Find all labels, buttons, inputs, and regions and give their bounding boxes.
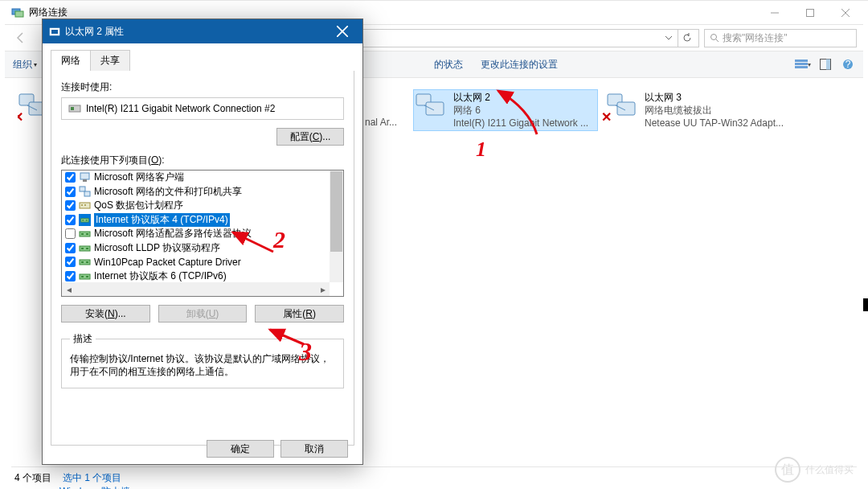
- svg-rect-1: [15, 11, 23, 17]
- item-properties-button[interactable]: 属性(R): [255, 305, 344, 323]
- nav-back-button[interactable]: [11, 28, 31, 47]
- svg-rect-31: [83, 179, 87, 182]
- protocol-item[interactable]: Microsoft LLDP 协议驱动程序: [62, 241, 343, 256]
- dialog-close-button[interactable]: [326, 19, 362, 43]
- proto-icon: [79, 228, 91, 240]
- protocol-checkbox[interactable]: [65, 257, 76, 267]
- protocol-item[interactable]: Internet 协议版本 6 (TCP/IPv6): [62, 269, 343, 284]
- ok-button[interactable]: 确定: [207, 440, 274, 458]
- watermark: 值 什么值得买: [775, 457, 854, 483]
- protocol-label: Microsoft 网络客户端: [94, 171, 184, 184]
- qos-icon: [79, 199, 91, 212]
- svg-rect-32: [80, 187, 85, 191]
- toolbar-organize[interactable]: 组织▾: [13, 58, 37, 72]
- toolbar-item[interactable]: 的状态: [434, 58, 463, 72]
- svg-rect-39: [86, 220, 88, 220]
- svg-point-35: [81, 204, 83, 206]
- vertical-scrollbar[interactable]: [330, 171, 343, 282]
- svg-rect-44: [81, 248, 84, 249]
- protocol-checkbox[interactable]: [65, 215, 76, 225]
- description-legend: 描述: [70, 332, 96, 346]
- protocol-checkbox[interactable]: [65, 172, 76, 183]
- proto-icon: [79, 270, 91, 282]
- search-placeholder: 搜索"网络连接": [723, 31, 788, 45]
- svg-rect-10: [795, 66, 808, 68]
- share-icon: [79, 186, 91, 198]
- protocol-item[interactable]: Internet 协议版本 4 (TCP/IPv4): [62, 213, 343, 228]
- window-buttons: [757, 1, 863, 25]
- toolbar-change-settings[interactable]: 更改此连接的设置: [481, 58, 558, 72]
- protocol-label: Internet 协议版本 4 (TCP/IPv4): [94, 213, 230, 227]
- refresh-button[interactable]: [678, 30, 695, 47]
- proto-icon: [79, 214, 91, 226]
- configure-button[interactable]: 配置(C)...: [276, 128, 344, 146]
- maximize-button[interactable]: [792, 1, 828, 25]
- description-text: 传输控制协议/Internet 协议。该协议是默认的广域网络协议，用于在不同的相…: [70, 352, 335, 378]
- error-x-icon: ✕: [18, 109, 23, 123]
- dialog-tabs: 网络 共享: [51, 50, 354, 71]
- search-input[interactable]: 搜索"网络连接": [704, 29, 857, 47]
- svg-rect-22: [617, 102, 635, 115]
- firewall-link[interactable]: Windows 防火墙: [59, 485, 130, 489]
- svg-rect-45: [86, 248, 88, 249]
- address-dropdown-icon[interactable]: [660, 34, 678, 42]
- protocol-checkbox[interactable]: [65, 200, 76, 211]
- tab-network[interactable]: 网络: [51, 50, 91, 71]
- svg-rect-9: [795, 63, 808, 65]
- svg-line-7: [716, 39, 719, 42]
- error-x-icon: ✕: [601, 109, 612, 125]
- svg-rect-42: [86, 233, 88, 235]
- nic-icon: [68, 102, 81, 115]
- svg-rect-50: [81, 276, 84, 277]
- svg-rect-29: [71, 107, 74, 110]
- items-listbox[interactable]: Microsoft 网络客户端Microsoft 网络的文件和打印机共享QoS …: [61, 170, 344, 297]
- minimize-button[interactable]: [757, 1, 792, 25]
- adapter-device: Netease UU TAP-Win32 Adapt...: [645, 117, 784, 129]
- protocol-label: Microsoft 网络的文件和打印机共享: [94, 185, 242, 199]
- protocol-label: Microsoft LLDP 协议驱动程序: [94, 241, 220, 255]
- adapter-name: 以太网 2: [453, 91, 588, 104]
- protocol-label: Microsoft 网络适配器多路传送器协议: [94, 227, 252, 240]
- side-indicator: [863, 298, 868, 311]
- svg-rect-37: [81, 218, 89, 221]
- protocol-item[interactable]: Microsoft 网络客户端: [62, 171, 343, 185]
- protocol-item[interactable]: Microsoft 网络适配器多路传送器协议: [62, 227, 343, 241]
- adapter-item[interactable]: ✕ 以太网 3 网络电缆被拔出 Netease UU TAP-Win32 Ada…: [606, 91, 791, 129]
- uninstall-button: 卸载(U): [158, 305, 248, 323]
- svg-point-36: [84, 204, 86, 206]
- svg-rect-19: [426, 102, 444, 115]
- svg-rect-46: [80, 260, 90, 265]
- protocol-checkbox[interactable]: [65, 187, 76, 197]
- install-button[interactable]: 安装(N)...: [61, 305, 150, 323]
- svg-rect-49: [80, 274, 90, 279]
- svg-rect-51: [86, 276, 88, 277]
- view-button[interactable]: ▾: [794, 55, 812, 73]
- svg-rect-40: [80, 232, 90, 236]
- description-group: 描述 传输控制协议/Internet 协议。该协议是默认的广域网络协议，用于在不…: [61, 332, 344, 388]
- help-button[interactable]: ?: [839, 55, 857, 73]
- svg-point-6: [711, 35, 717, 40]
- watermark-text: 什么值得买: [805, 463, 854, 477]
- horizontal-scrollbar[interactable]: ◂ ▸: [62, 282, 330, 296]
- adapter-item-selected[interactable]: 以太网 2 网络 6 Intel(R) I211 Gigabit Network…: [413, 89, 598, 131]
- protocol-checkbox[interactable]: [65, 271, 76, 281]
- tab-panel: 连接时使用: Intel(R) I211 Gigabit Network Con…: [51, 71, 354, 446]
- protocol-item[interactable]: Microsoft 网络的文件和打印机共享: [62, 185, 343, 199]
- svg-rect-48: [86, 261, 88, 263]
- svg-rect-12: [826, 60, 830, 70]
- tab-sharing[interactable]: 共享: [90, 50, 130, 71]
- protocol-label: Internet 协议版本 6 (TCP/IPv6): [94, 269, 227, 283]
- close-button[interactable]: [828, 1, 863, 25]
- scroll-right-icon[interactable]: ▸: [316, 282, 330, 296]
- protocol-item[interactable]: QoS 数据包计划程序: [62, 199, 343, 213]
- protocol-label: QoS 数据包计划程序: [94, 199, 183, 212]
- connect-using-label: 连接时使用:: [61, 80, 344, 94]
- client-icon: [79, 171, 91, 183]
- preview-button[interactable]: [817, 55, 834, 73]
- protocol-checkbox[interactable]: [65, 228, 76, 239]
- protocol-checkbox[interactable]: [65, 243, 76, 253]
- svg-rect-8: [795, 60, 808, 62]
- protocol-item[interactable]: Win10Pcap Packet Capture Driver: [62, 255, 343, 269]
- scroll-left-icon[interactable]: ◂: [62, 282, 76, 296]
- cancel-button[interactable]: 取消: [280, 440, 348, 458]
